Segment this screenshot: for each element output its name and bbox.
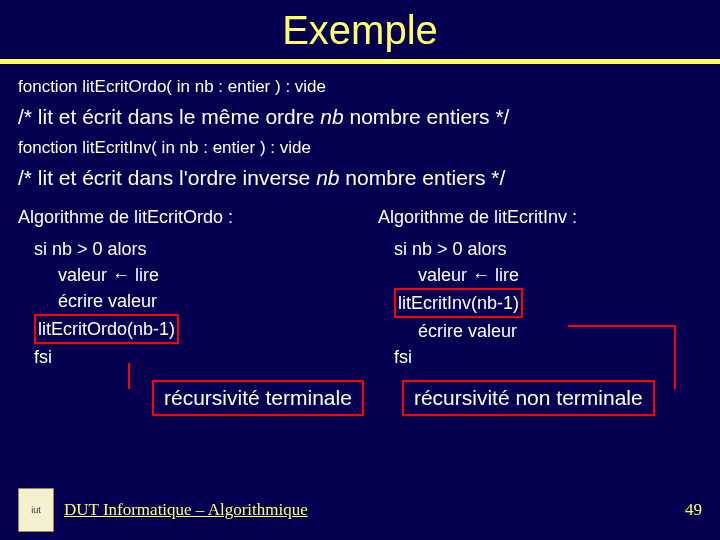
left-head: Algorithme de litEcritOrdo : bbox=[18, 207, 342, 228]
desc1-pre: /* bbox=[18, 105, 38, 128]
right-l2: valeur ← lire bbox=[394, 262, 519, 288]
desc2-pre: /* bbox=[18, 166, 38, 189]
slide-title: Exemple bbox=[0, 0, 720, 59]
right-connector-h bbox=[568, 325, 676, 327]
right-l4: écrire valeur bbox=[394, 318, 517, 344]
content-area: fonction litEcritOrdo( in nb : entier ) … bbox=[0, 76, 720, 416]
right-l3-box: litEcritInv(nb-1) bbox=[394, 288, 523, 318]
fn1-desc: /* lit et écrit dans le même ordre nb no… bbox=[18, 103, 702, 131]
right-body: si nb > 0 alors valeur ← lire litEcritIn… bbox=[378, 236, 702, 370]
fn2-desc: /* lit et écrit dans l'ordre inverse nb … bbox=[18, 164, 702, 192]
desc2-end: */ bbox=[491, 166, 505, 189]
right-label: récursivité non terminale bbox=[402, 380, 655, 416]
desc1-text: lit et écrit dans le même ordre bbox=[38, 105, 320, 128]
columns: Algorithme de litEcritOrdo : si nb > 0 a… bbox=[18, 207, 702, 370]
left-body: si nb > 0 alors valeur ← lire écrire val… bbox=[18, 236, 342, 370]
left-l4-box: litEcritOrdo(nb-1) bbox=[34, 314, 179, 344]
desc1-end: */ bbox=[495, 105, 509, 128]
left-l1: si nb > 0 alors bbox=[34, 236, 342, 262]
right-l5: fsi bbox=[394, 344, 702, 370]
left-label: récursivité terminale bbox=[152, 380, 364, 416]
right-l1: si nb > 0 alors bbox=[394, 236, 702, 262]
right-head: Algorithme de litEcritInv : bbox=[378, 207, 702, 228]
left-connector-v bbox=[128, 363, 130, 389]
desc2-post: nombre entiers bbox=[340, 166, 492, 189]
footer-text: DUT Informatique – Algorithmique bbox=[64, 500, 308, 520]
logo-icon: iut bbox=[18, 488, 54, 532]
left-l2: valeur ← lire bbox=[34, 262, 159, 288]
page-number: 49 bbox=[685, 500, 702, 520]
left-l3: écrire valeur bbox=[34, 288, 157, 314]
fn1-signature: fonction litEcritOrdo( in nb : entier ) … bbox=[18, 76, 702, 99]
footer: iut DUT Informatique – Algorithmique 49 bbox=[0, 488, 720, 532]
footer-left: iut DUT Informatique – Algorithmique bbox=[18, 488, 308, 532]
title-rule bbox=[0, 59, 720, 64]
desc1-post: nombre entiers bbox=[344, 105, 496, 128]
desc2-nb: nb bbox=[316, 166, 339, 189]
right-connector-v bbox=[674, 325, 676, 389]
desc1-nb: nb bbox=[320, 105, 343, 128]
left-l5: fsi bbox=[34, 344, 342, 370]
desc2-text: lit et écrit dans l'ordre inverse bbox=[38, 166, 316, 189]
fn2-signature: fonction litEcritInv( in nb : entier ) :… bbox=[18, 137, 702, 160]
label-row: récursivité terminale récursivité non te… bbox=[18, 380, 702, 416]
left-column: Algorithme de litEcritOrdo : si nb > 0 a… bbox=[18, 207, 342, 370]
right-column: Algorithme de litEcritInv : si nb > 0 al… bbox=[378, 207, 702, 370]
